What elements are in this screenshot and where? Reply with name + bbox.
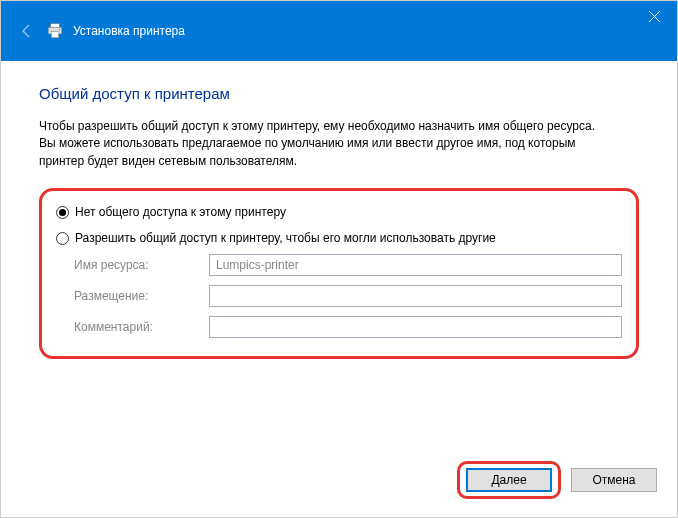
page-description: Чтобы разрешить общий доступ к этому при… bbox=[39, 118, 599, 170]
close-icon[interactable] bbox=[631, 1, 677, 31]
svg-point-3 bbox=[59, 29, 61, 31]
resource-name-input[interactable] bbox=[209, 254, 622, 276]
comment-label: Комментарий: bbox=[74, 320, 209, 334]
radio-allow-sharing-label: Разрешить общий доступ к принтеру, чтобы… bbox=[75, 231, 496, 245]
radio-no-sharing[interactable]: Нет общего доступа к этому принтеру bbox=[56, 205, 622, 219]
radio-icon bbox=[56, 206, 69, 219]
page-heading: Общий доступ к принтерам bbox=[39, 85, 639, 102]
radio-allow-sharing[interactable]: Разрешить общий доступ к принтеру, чтобы… bbox=[56, 231, 622, 245]
location-row: Размещение: bbox=[74, 285, 622, 307]
radio-icon bbox=[56, 232, 69, 245]
footer-buttons: Далее Отмена bbox=[457, 461, 657, 499]
content-area: Общий доступ к принтерам Чтобы разрешить… bbox=[1, 61, 677, 359]
next-button-highlight: Далее bbox=[457, 461, 561, 499]
location-input[interactable] bbox=[209, 285, 622, 307]
svg-rect-0 bbox=[51, 24, 60, 28]
cancel-button[interactable]: Отмена bbox=[571, 468, 657, 492]
back-arrow-icon[interactable] bbox=[15, 19, 39, 43]
comment-input[interactable] bbox=[209, 316, 622, 338]
svg-rect-2 bbox=[51, 32, 59, 38]
printer-icon bbox=[45, 21, 65, 41]
location-label: Размещение: bbox=[74, 289, 209, 303]
sharing-options-group: Нет общего доступа к этому принтеру Разр… bbox=[39, 188, 639, 359]
window-title: Установка принтера bbox=[73, 24, 185, 38]
comment-row: Комментарий: bbox=[74, 316, 622, 338]
resource-name-row: Имя ресурса: bbox=[74, 254, 622, 276]
next-button[interactable]: Далее bbox=[466, 468, 552, 492]
radio-no-sharing-label: Нет общего доступа к этому принтеру bbox=[75, 205, 286, 219]
titlebar: Установка принтера bbox=[1, 1, 677, 61]
resource-name-label: Имя ресурса: bbox=[74, 258, 209, 272]
